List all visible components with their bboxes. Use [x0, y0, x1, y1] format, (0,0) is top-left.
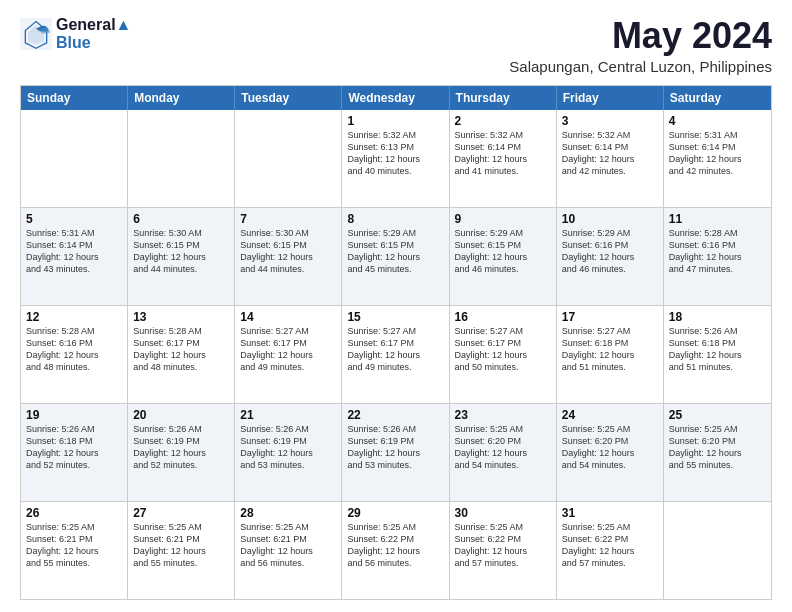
cell-text: Sunrise: 5:26 AM Sunset: 6:19 PM Dayligh…	[347, 423, 443, 472]
main-title: May 2024	[509, 16, 772, 56]
day-number: 3	[562, 114, 658, 128]
cell-text: Sunrise: 5:29 AM Sunset: 6:16 PM Dayligh…	[562, 227, 658, 276]
cell-text: Sunrise: 5:31 AM Sunset: 6:14 PM Dayligh…	[26, 227, 122, 276]
day-number: 29	[347, 506, 443, 520]
day-number: 26	[26, 506, 122, 520]
calendar-header-cell: Saturday	[664, 86, 771, 110]
day-number: 14	[240, 310, 336, 324]
calendar-cell: 24Sunrise: 5:25 AM Sunset: 6:20 PM Dayli…	[557, 404, 664, 501]
calendar-cell: 20Sunrise: 5:26 AM Sunset: 6:19 PM Dayli…	[128, 404, 235, 501]
day-number: 8	[347, 212, 443, 226]
calendar-header-cell: Friday	[557, 86, 664, 110]
calendar-cell: 29Sunrise: 5:25 AM Sunset: 6:22 PM Dayli…	[342, 502, 449, 599]
day-number: 1	[347, 114, 443, 128]
calendar-cell	[128, 110, 235, 207]
calendar-cell: 26Sunrise: 5:25 AM Sunset: 6:21 PM Dayli…	[21, 502, 128, 599]
calendar-row: 19Sunrise: 5:26 AM Sunset: 6:18 PM Dayli…	[21, 403, 771, 501]
day-number: 10	[562, 212, 658, 226]
day-number: 24	[562, 408, 658, 422]
day-number: 5	[26, 212, 122, 226]
calendar-cell: 6Sunrise: 5:30 AM Sunset: 6:15 PM Daylig…	[128, 208, 235, 305]
cell-text: Sunrise: 5:27 AM Sunset: 6:17 PM Dayligh…	[347, 325, 443, 374]
day-number: 13	[133, 310, 229, 324]
calendar-cell: 18Sunrise: 5:26 AM Sunset: 6:18 PM Dayli…	[664, 306, 771, 403]
calendar-row: 26Sunrise: 5:25 AM Sunset: 6:21 PM Dayli…	[21, 501, 771, 599]
calendar-cell	[664, 502, 771, 599]
calendar-cell: 2Sunrise: 5:32 AM Sunset: 6:14 PM Daylig…	[450, 110, 557, 207]
cell-text: Sunrise: 5:31 AM Sunset: 6:14 PM Dayligh…	[669, 129, 766, 178]
calendar-cell: 17Sunrise: 5:27 AM Sunset: 6:18 PM Dayli…	[557, 306, 664, 403]
calendar-cell: 21Sunrise: 5:26 AM Sunset: 6:19 PM Dayli…	[235, 404, 342, 501]
calendar-cell: 3Sunrise: 5:32 AM Sunset: 6:14 PM Daylig…	[557, 110, 664, 207]
calendar-cell: 1Sunrise: 5:32 AM Sunset: 6:13 PM Daylig…	[342, 110, 449, 207]
calendar-body: 1Sunrise: 5:32 AM Sunset: 6:13 PM Daylig…	[21, 110, 771, 599]
calendar-cell	[21, 110, 128, 207]
day-number: 21	[240, 408, 336, 422]
calendar-cell: 30Sunrise: 5:25 AM Sunset: 6:22 PM Dayli…	[450, 502, 557, 599]
day-number: 19	[26, 408, 122, 422]
cell-text: Sunrise: 5:25 AM Sunset: 6:21 PM Dayligh…	[133, 521, 229, 570]
calendar-cell: 16Sunrise: 5:27 AM Sunset: 6:17 PM Dayli…	[450, 306, 557, 403]
cell-text: Sunrise: 5:25 AM Sunset: 6:22 PM Dayligh…	[562, 521, 658, 570]
cell-text: Sunrise: 5:25 AM Sunset: 6:20 PM Dayligh…	[562, 423, 658, 472]
day-number: 30	[455, 506, 551, 520]
header: General▲ Blue May 2024 Salapungan, Centr…	[20, 16, 772, 75]
calendar-cell: 25Sunrise: 5:25 AM Sunset: 6:20 PM Dayli…	[664, 404, 771, 501]
day-number: 4	[669, 114, 766, 128]
calendar-cell: 12Sunrise: 5:28 AM Sunset: 6:16 PM Dayli…	[21, 306, 128, 403]
calendar-cell: 4Sunrise: 5:31 AM Sunset: 6:14 PM Daylig…	[664, 110, 771, 207]
calendar-cell: 15Sunrise: 5:27 AM Sunset: 6:17 PM Dayli…	[342, 306, 449, 403]
calendar-cell: 8Sunrise: 5:29 AM Sunset: 6:15 PM Daylig…	[342, 208, 449, 305]
page: General▲ Blue May 2024 Salapungan, Centr…	[0, 0, 792, 612]
cell-text: Sunrise: 5:25 AM Sunset: 6:22 PM Dayligh…	[455, 521, 551, 570]
cell-text: Sunrise: 5:27 AM Sunset: 6:18 PM Dayligh…	[562, 325, 658, 374]
calendar: SundayMondayTuesdayWednesdayThursdayFrid…	[20, 85, 772, 600]
cell-text: Sunrise: 5:25 AM Sunset: 6:21 PM Dayligh…	[240, 521, 336, 570]
calendar-header-cell: Tuesday	[235, 86, 342, 110]
cell-text: Sunrise: 5:26 AM Sunset: 6:19 PM Dayligh…	[240, 423, 336, 472]
logo-text: General▲ Blue	[56, 16, 131, 51]
cell-text: Sunrise: 5:29 AM Sunset: 6:15 PM Dayligh…	[347, 227, 443, 276]
cell-text: Sunrise: 5:32 AM Sunset: 6:14 PM Dayligh…	[455, 129, 551, 178]
day-number: 6	[133, 212, 229, 226]
cell-text: Sunrise: 5:28 AM Sunset: 6:16 PM Dayligh…	[669, 227, 766, 276]
calendar-cell: 19Sunrise: 5:26 AM Sunset: 6:18 PM Dayli…	[21, 404, 128, 501]
day-number: 12	[26, 310, 122, 324]
calendar-header: SundayMondayTuesdayWednesdayThursdayFrid…	[21, 86, 771, 110]
day-number: 2	[455, 114, 551, 128]
calendar-row: 1Sunrise: 5:32 AM Sunset: 6:13 PM Daylig…	[21, 110, 771, 207]
day-number: 7	[240, 212, 336, 226]
calendar-row: 5Sunrise: 5:31 AM Sunset: 6:14 PM Daylig…	[21, 207, 771, 305]
calendar-header-cell: Monday	[128, 86, 235, 110]
day-number: 11	[669, 212, 766, 226]
calendar-cell: 13Sunrise: 5:28 AM Sunset: 6:17 PM Dayli…	[128, 306, 235, 403]
calendar-cell	[235, 110, 342, 207]
cell-text: Sunrise: 5:28 AM Sunset: 6:17 PM Dayligh…	[133, 325, 229, 374]
calendar-header-cell: Sunday	[21, 86, 128, 110]
cell-text: Sunrise: 5:28 AM Sunset: 6:16 PM Dayligh…	[26, 325, 122, 374]
day-number: 27	[133, 506, 229, 520]
calendar-row: 12Sunrise: 5:28 AM Sunset: 6:16 PM Dayli…	[21, 305, 771, 403]
day-number: 17	[562, 310, 658, 324]
day-number: 20	[133, 408, 229, 422]
cell-text: Sunrise: 5:25 AM Sunset: 6:20 PM Dayligh…	[455, 423, 551, 472]
calendar-cell: 28Sunrise: 5:25 AM Sunset: 6:21 PM Dayli…	[235, 502, 342, 599]
calendar-cell: 22Sunrise: 5:26 AM Sunset: 6:19 PM Dayli…	[342, 404, 449, 501]
cell-text: Sunrise: 5:25 AM Sunset: 6:21 PM Dayligh…	[26, 521, 122, 570]
logo: General▲ Blue	[20, 16, 131, 51]
cell-text: Sunrise: 5:27 AM Sunset: 6:17 PM Dayligh…	[455, 325, 551, 374]
cell-text: Sunrise: 5:26 AM Sunset: 6:18 PM Dayligh…	[669, 325, 766, 374]
calendar-header-cell: Wednesday	[342, 86, 449, 110]
day-number: 9	[455, 212, 551, 226]
cell-text: Sunrise: 5:26 AM Sunset: 6:18 PM Dayligh…	[26, 423, 122, 472]
cell-text: Sunrise: 5:25 AM Sunset: 6:22 PM Dayligh…	[347, 521, 443, 570]
day-number: 16	[455, 310, 551, 324]
day-number: 23	[455, 408, 551, 422]
cell-text: Sunrise: 5:27 AM Sunset: 6:17 PM Dayligh…	[240, 325, 336, 374]
cell-text: Sunrise: 5:32 AM Sunset: 6:14 PM Dayligh…	[562, 129, 658, 178]
day-number: 28	[240, 506, 336, 520]
cell-text: Sunrise: 5:30 AM Sunset: 6:15 PM Dayligh…	[133, 227, 229, 276]
day-number: 25	[669, 408, 766, 422]
title-block: May 2024 Salapungan, Central Luzon, Phil…	[509, 16, 772, 75]
calendar-cell: 9Sunrise: 5:29 AM Sunset: 6:15 PM Daylig…	[450, 208, 557, 305]
